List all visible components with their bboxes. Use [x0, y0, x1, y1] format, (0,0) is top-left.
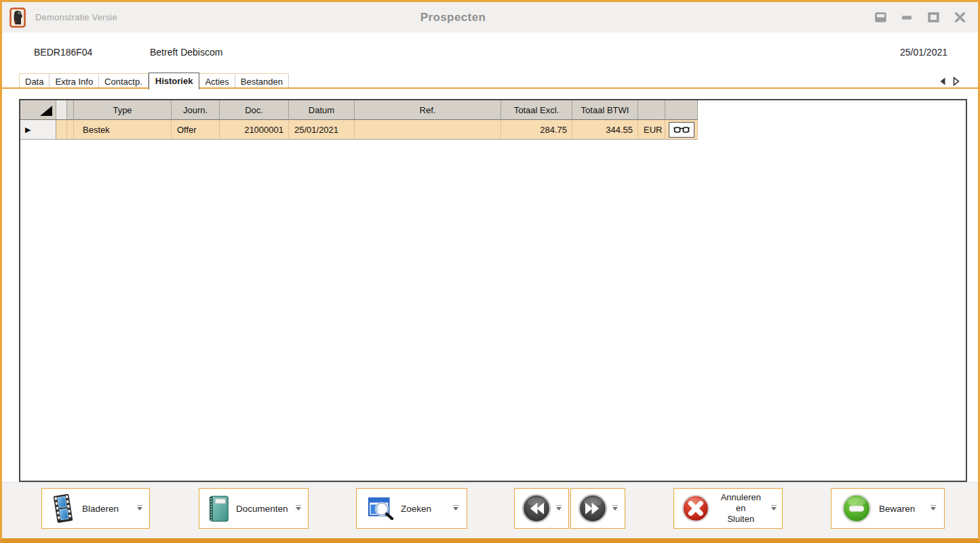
tab-scroll-right-icon[interactable] — [952, 77, 960, 86]
col-header-label: Journ. — [183, 105, 208, 115]
cell-type[interactable]: Bestek — [74, 120, 172, 140]
film-strip-icon — [50, 494, 76, 523]
title-bar: Demonstratie Versie Prospecten — [2, 2, 978, 33]
current-row-arrow-icon: ▶ — [25, 125, 31, 134]
annuleren-label: Annuleren en Sluiten — [716, 492, 766, 525]
tab-label: Contactp. — [104, 77, 142, 87]
tab-contactp[interactable]: Contactp. — [99, 73, 149, 89]
grid-header-spacer — [56, 100, 67, 120]
previous-record-button[interactable] — [514, 488, 569, 529]
select-all-cell[interactable] — [20, 100, 56, 120]
rewind-circle-icon — [521, 493, 552, 524]
bewaren-button[interactable]: Bewaren — [831, 488, 945, 529]
app-title: Demonstratie Versie — [35, 12, 117, 22]
col-header-currency — [638, 100, 665, 120]
documenten-button[interactable]: Documenten — [199, 488, 309, 529]
red-cross-circle-icon — [681, 493, 711, 524]
tab-label: Historiek — [155, 76, 193, 86]
record-date: 25/01/2021 — [900, 47, 947, 58]
col-header-label: Doc. — [245, 105, 263, 115]
col-header-ref[interactable]: Ref. — [355, 100, 501, 120]
tab-scrollers — [939, 77, 960, 86]
green-minus-circle-icon — [841, 493, 872, 524]
annuleren-label-line2: Sluiten — [727, 514, 754, 524]
bewaren-label: Bewaren — [879, 504, 915, 514]
col-header-doc[interactable]: Doc. — [220, 100, 289, 120]
tab-label: Bestanden — [241, 77, 283, 87]
col-header-type[interactable]: Type — [74, 100, 172, 120]
col-header-datum[interactable]: Datum — [289, 100, 355, 120]
tab-label: Data — [25, 77, 43, 87]
bladeren-label: Bladeren — [82, 504, 119, 514]
fast-forward-circle-icon — [577, 493, 608, 524]
row-spacer-cell — [56, 120, 67, 140]
zoeken-label: Zoeken — [401, 504, 431, 514]
next-dropdown-caret[interactable] — [612, 507, 618, 510]
row-spacer-cell — [67, 120, 74, 140]
window-controls — [874, 2, 966, 33]
annuleren-en-sluiten-button[interactable]: Annuleren en Sluiten — [673, 488, 783, 529]
row-selector-cell[interactable]: ▶ — [20, 120, 56, 140]
col-header-label: Type — [113, 105, 132, 115]
next-record-button[interactable] — [570, 488, 625, 529]
tab-acties[interactable]: Acties — [199, 73, 235, 89]
cell-doc[interactable]: 21000001 — [220, 120, 289, 140]
cell-totaal-btwi[interactable]: 344.55 — [572, 120, 638, 140]
zoeken-dropdown-caret[interactable] — [453, 507, 458, 510]
history-grid: Type Journ. Doc. Datum Ref. Totaal Excl.… — [19, 99, 967, 482]
documenten-label: Documenten — [236, 504, 288, 514]
cell-ref[interactable] — [355, 120, 501, 140]
window-magnifier-icon — [368, 496, 395, 521]
cell-datum[interactable]: 25/01/2021 — [289, 120, 355, 140]
grid-header-spacer — [67, 100, 74, 120]
maximize-icon[interactable] — [927, 12, 939, 23]
close-icon[interactable] — [954, 12, 966, 23]
tab-label: Extra Info — [55, 77, 93, 87]
tab-scroll-left-icon[interactable] — [939, 77, 947, 86]
col-header-totaal-excl[interactable]: Totaal Excl. — [501, 100, 572, 120]
tab-strip: Data Extra Info Contactp. Historiek Acti… — [19, 73, 289, 89]
annuleren-label-line1: Annuleren en — [721, 492, 761, 513]
tab-bestanden[interactable]: Bestanden — [235, 73, 289, 89]
table-row[interactable]: ▶ Bestek Offer 21000001 25/01/2021 284.7… — [20, 120, 966, 140]
view-document-button[interactable] — [669, 122, 694, 138]
record-subject: Betreft Debiscom — [150, 47, 222, 58]
col-header-tools — [665, 100, 698, 120]
documenten-dropdown-caret[interactable] — [296, 507, 301, 510]
col-header-label: Datum — [309, 105, 334, 115]
window-restore-icon[interactable] — [874, 12, 886, 23]
tab-extra-info[interactable]: Extra Info — [50, 73, 99, 89]
col-header-label: Ref. — [420, 105, 436, 115]
grid-header-row: Type Journ. Doc. Datum Ref. Totaal Excl.… — [20, 100, 966, 120]
col-header-label: Totaal Excl. — [514, 105, 559, 115]
tab-label: Acties — [205, 77, 229, 87]
cell-currency[interactable]: EUR — [638, 120, 665, 140]
zoeken-button[interactable]: Zoeken — [356, 488, 467, 529]
bladeren-button[interactable]: Bladeren — [41, 488, 150, 529]
cell-totaal-excl[interactable]: 284.75 — [501, 120, 572, 140]
col-header-totaal-btwi[interactable]: Totaal BTWI — [572, 100, 638, 120]
app-window: Demonstratie Versie Prospecten — [0, 0, 980, 543]
col-header-label: Totaal BTWI — [581, 105, 629, 115]
cell-tools — [665, 120, 698, 140]
col-header-journ[interactable]: Journ. — [172, 100, 220, 120]
cell-journ[interactable]: Offer — [172, 120, 220, 140]
record-code: BEDR186F04 — [34, 47, 92, 58]
tab-bar: Data Extra Info Contactp. Historiek Acti… — [2, 71, 978, 89]
annuleren-dropdown-caret[interactable] — [771, 507, 777, 510]
minimize-icon[interactable] — [901, 12, 913, 23]
page-title: Prospecten — [420, 11, 486, 24]
select-all-triangle-icon — [40, 106, 52, 116]
tab-historiek[interactable]: Historiek — [149, 73, 200, 90]
app-logo-icon — [9, 7, 27, 28]
eyeglasses-icon — [673, 126, 690, 134]
tab-data[interactable]: Data — [19, 73, 50, 89]
bladeren-dropdown-caret[interactable] — [137, 507, 142, 510]
previous-dropdown-caret[interactable] — [556, 507, 562, 510]
notebook-icon — [208, 495, 230, 523]
bewaren-dropdown-caret[interactable] — [930, 507, 936, 510]
